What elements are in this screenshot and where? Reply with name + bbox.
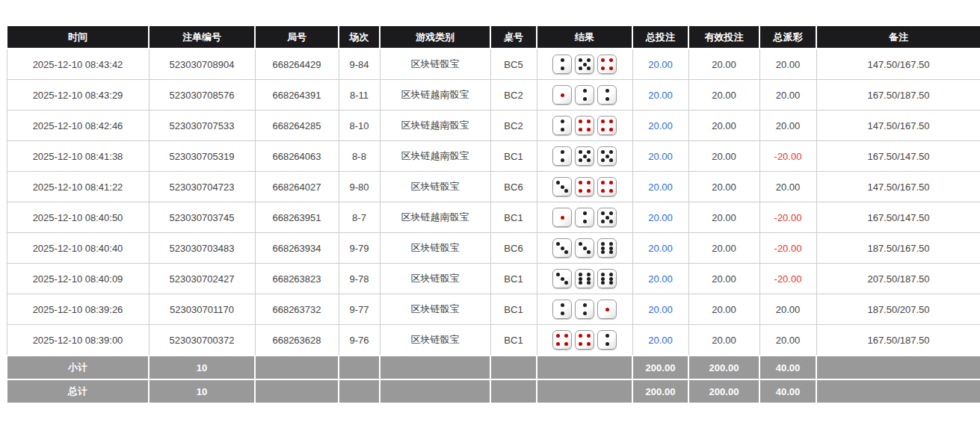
cell-total-bet: 20.00 (632, 233, 688, 264)
cell-total-bet-value[interactable]: 20.00 (648, 273, 673, 285)
cell-game-type: 区块链越南骰宝 (380, 111, 490, 141)
cell-total-bet-value[interactable]: 20.00 (648, 304, 673, 315)
dice-result-group (552, 330, 617, 350)
cell-session: 9-79 (339, 233, 380, 264)
cell-payout: 20.00 (759, 172, 816, 202)
footer-valid-bet: 200.00 (688, 356, 759, 379)
bet-record-row: 2025-12-10 08:43:29523030708576668264391… (7, 80, 980, 111)
die-2-icon (575, 208, 594, 227)
footer-empty-result (537, 356, 632, 379)
cell-session: 9-77 (339, 294, 380, 325)
cell-time: 2025-12-10 08:40:50 (7, 202, 149, 233)
cell-payout: -20.00 (759, 264, 816, 294)
dice-result-group (552, 208, 617, 227)
cell-time: 2025-12-10 08:41:38 (7, 141, 149, 172)
cell-dice-result (537, 233, 632, 264)
die-2-icon (597, 330, 617, 350)
cell-payout-value: -20.00 (774, 151, 802, 162)
die-4-icon (597, 55, 617, 74)
die-1-icon (597, 300, 617, 319)
die-3-icon (552, 269, 572, 288)
bet-record-row: 2025-12-10 08:40:40523030703483668263934… (7, 233, 980, 264)
cell-game-type: 区块链骰宝 (380, 325, 490, 356)
cell-table-no: BC5 (490, 49, 537, 80)
die-2-icon (552, 55, 572, 74)
header-time: 时间 (7, 25, 149, 49)
bet-record-row: 2025-12-10 08:43:42523030708904668264429… (7, 49, 980, 80)
die-5-icon (575, 146, 594, 166)
footer-empty-game-type (380, 379, 490, 403)
cell-time: 2025-12-10 08:43:42 (7, 49, 149, 80)
footer-payout: 40.00 (759, 379, 816, 403)
cell-remark: 167.50/147.50 (816, 141, 980, 172)
bet-record-row: 2025-12-10 08:42:46523030707533668264285… (7, 111, 980, 141)
cell-total-bet: 20.00 (632, 325, 688, 356)
cell-valid-bet: 20.00 (688, 80, 759, 111)
cell-dice-result (537, 49, 632, 80)
cell-total-bet-value[interactable]: 20.00 (648, 59, 673, 70)
cell-bet-id: 523030705319 (149, 141, 255, 172)
cell-total-bet-value[interactable]: 20.00 (648, 90, 673, 101)
bet-record-row: 2025-12-10 08:41:38523030705319668264063… (7, 141, 980, 172)
cell-total-bet-value[interactable]: 20.00 (648, 182, 673, 193)
subtotal-row: 小计10200.00200.0040.00 (7, 356, 980, 379)
cell-session: 8-10 (339, 111, 380, 141)
cell-table-no: BC1 (490, 202, 537, 233)
cell-total-bet-value[interactable]: 20.00 (648, 243, 673, 254)
cell-table-no: BC6 (490, 172, 537, 202)
dice-result-group (552, 55, 617, 74)
die-3-icon (552, 238, 572, 258)
cell-bet-id: 523030703483 (149, 233, 255, 264)
cell-game-type: 区块链骰宝 (380, 233, 490, 264)
footer-total-bet: 200.00 (632, 356, 688, 379)
cell-game-type: 区块链骰宝 (380, 294, 490, 325)
cell-game-type: 区块链越南骰宝 (380, 141, 490, 172)
cell-round-id: 668263823 (255, 264, 339, 294)
cell-round-id: 668263628 (255, 325, 339, 356)
cell-table-no: BC6 (490, 233, 537, 264)
dice-result-group (552, 177, 617, 196)
die-4-icon (575, 116, 594, 135)
die-5-icon (597, 146, 617, 166)
bet-record-row: 2025-12-10 08:41:22523030704723668264027… (7, 172, 980, 202)
dice-result-group (552, 146, 617, 166)
cell-time: 2025-12-10 08:42:46 (7, 111, 149, 141)
cell-total-bet: 20.00 (632, 202, 688, 233)
cell-bet-id: 523030704723 (149, 172, 255, 202)
cell-total-bet-value[interactable]: 20.00 (648, 120, 673, 131)
dice-result-group (552, 85, 617, 105)
cell-total-bet-value[interactable]: 20.00 (648, 151, 673, 162)
cell-payout-value: -20.00 (774, 273, 802, 285)
cell-round-id: 668263732 (255, 294, 339, 325)
cell-round-id: 668264429 (255, 49, 339, 80)
dice-result-group (552, 116, 617, 135)
header-row: 时间 注单编号 局号 场次 游戏类别 桌号 结果 总投注 有效投注 总派彩 备注 (7, 25, 980, 49)
cell-total-bet-value[interactable]: 20.00 (648, 212, 673, 223)
footer-total-bet: 200.00 (632, 379, 688, 403)
footer-empty-remark (816, 356, 980, 379)
bet-record-row: 2025-12-10 08:39:26523030701170668263732… (7, 294, 980, 325)
cell-remark: 167.50/147.50 (816, 202, 980, 233)
die-2-icon (552, 116, 572, 135)
footer-empty-session (339, 356, 380, 379)
cell-payout: 20.00 (759, 325, 816, 356)
cell-dice-result (537, 141, 632, 172)
cell-session: 8-11 (339, 80, 380, 111)
cell-session: 9-80 (339, 172, 380, 202)
cell-valid-bet: 20.00 (688, 49, 759, 80)
header-result: 结果 (537, 25, 632, 49)
cell-total-bet: 20.00 (632, 294, 688, 325)
dice-result-group (552, 300, 617, 319)
die-4-icon (552, 330, 572, 350)
cell-valid-bet: 20.00 (688, 202, 759, 233)
cell-dice-result (537, 294, 632, 325)
cell-round-id: 668263951 (255, 202, 339, 233)
dice-result-group (552, 269, 617, 288)
cell-total-bet: 20.00 (632, 111, 688, 141)
footer-count: 10 (149, 379, 255, 403)
cell-remark: 167.50/187.50 (816, 325, 980, 356)
cell-payout: 20.00 (759, 80, 816, 111)
cell-bet-id: 523030701170 (149, 294, 255, 325)
header-total-bet: 总投注 (632, 25, 688, 49)
cell-total-bet-value[interactable]: 20.00 (648, 335, 673, 346)
